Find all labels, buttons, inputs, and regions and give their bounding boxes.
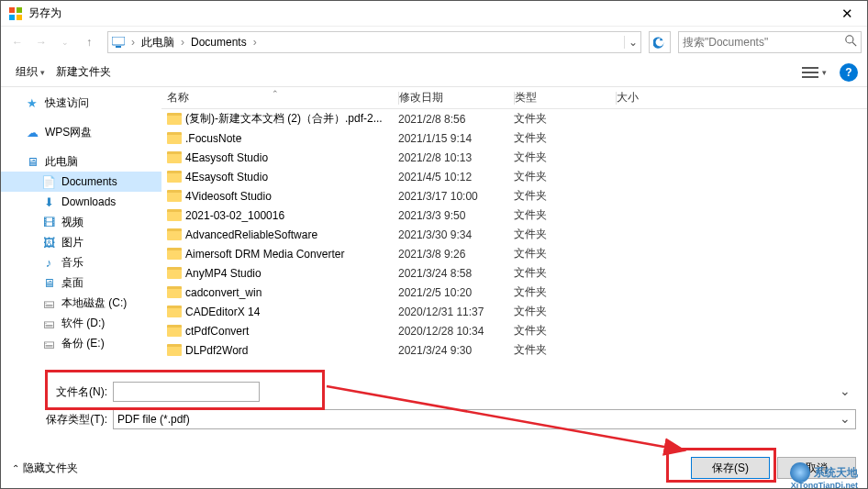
file-name: 4Videosoft Studio [185, 190, 272, 203]
file-type: 文件夹 [514, 207, 616, 223]
search-icon[interactable] [845, 35, 857, 50]
file-name: CADEditorX 14 [185, 306, 260, 318]
sidebar-disk-d[interactable]: 🖴软件 (D:) [1, 313, 161, 333]
file-date: 2021/3/24 8:58 [398, 267, 514, 280]
desktop-icon: 🖥 [41, 275, 56, 290]
folder-icon [167, 171, 182, 183]
file-name: AdvancedReliableSoftware [185, 228, 317, 241]
table-row[interactable]: cadconvert_win2021/2/5 10:20文件夹 [161, 283, 867, 302]
sidebar[interactable]: ★快速访问 ☁WPS网盘 🖥此电脑 📄Documents ⬇Downloads … [1, 87, 161, 376]
download-icon: ⬇ [41, 194, 56, 209]
folder-icon [167, 306, 182, 317]
search-box[interactable] [678, 31, 862, 53]
sidebar-music[interactable]: ♪音乐 [1, 252, 161, 272]
filename-input[interactable] [113, 382, 260, 402]
file-date: 2020/12/31 11:37 [398, 306, 514, 318]
picture-icon: 🖼 [41, 235, 56, 250]
refresh-button[interactable] [649, 31, 671, 53]
file-type: 文件夹 [514, 246, 616, 261]
svg-rect-1 [17, 7, 22, 13]
forward-button[interactable]: → [30, 31, 52, 53]
hide-folders-link[interactable]: ⌃隐藏文件夹 [12, 461, 78, 476]
table-row[interactable]: CADEditorX 142020/12/31 11:37文件夹 [161, 302, 867, 321]
table-row[interactable]: 2021-03-02_1000162021/3/3 9:50文件夹 [161, 206, 867, 225]
view-options-button[interactable]: ▾ [798, 67, 830, 78]
col-date[interactable]: 修改日期 [399, 90, 514, 106]
sidebar-disk-e[interactable]: 🖴备份 (E:) [1, 333, 161, 353]
folder-icon [167, 190, 182, 202]
up-button[interactable]: ↑ [78, 31, 100, 53]
file-type: 文件夹 [514, 342, 616, 358]
table-row[interactable]: AnyMP4 Studio2021/3/24 8:58文件夹 [161, 263, 867, 283]
table-row[interactable]: 4Esaysoft Studio2021/4/5 10:12文件夹 [161, 167, 867, 186]
breadcrumb-pc[interactable]: 此电脑 [138, 35, 178, 50]
col-type[interactable]: 类型 [515, 90, 616, 106]
breadcrumb[interactable]: › 此电脑 › Documents › ⌄ [107, 31, 641, 53]
folder-icon [167, 286, 182, 298]
breadcrumb-dropdown[interactable]: ⌄ [624, 36, 640, 49]
table-row[interactable]: .FocusNote2021/1/15 9:14文件夹 [161, 128, 867, 148]
folder-icon [167, 325, 182, 337]
file-type: 文件夹 [514, 227, 616, 242]
folder-icon [167, 113, 182, 125]
file-type: 文件夹 [514, 323, 616, 339]
cancel-button[interactable]: 取消 [777, 457, 856, 479]
file-date: 2021/3/8 9:26 [398, 248, 514, 261]
col-name[interactable]: 名称⌃ [161, 90, 398, 106]
folder-icon [167, 209, 182, 221]
new-folder-button[interactable]: 新建文件夹 [50, 64, 117, 80]
organize-menu[interactable]: 组织▾ [10, 64, 50, 80]
table-row[interactable]: AdvancedReliableSoftware2021/3/30 9:34文件… [161, 225, 867, 244]
table-row[interactable]: Aimersoft DRM Media Converter2021/3/8 9:… [161, 244, 867, 263]
recent-dropdown[interactable]: ⌄ [54, 31, 76, 53]
file-name: DLPdf2Word [185, 344, 248, 357]
col-size[interactable]: 大小 [617, 90, 708, 106]
sidebar-this-pc[interactable]: 🖥此电脑 [1, 151, 161, 172]
sidebar-videos[interactable]: 🎞视频 [1, 212, 161, 232]
sidebar-disk-c[interactable]: 🖴本地磁盘 (C:) [1, 293, 161, 313]
chevron-right-icon: › [178, 36, 187, 49]
close-button[interactable]: ✕ [827, 1, 867, 27]
file-date: 2021/4/5 10:12 [398, 171, 514, 183]
toolbar: 组织▾ 新建文件夹 ▾ ? [1, 58, 867, 87]
file-date: 2021/1/15 9:14 [398, 132, 514, 145]
table-row[interactable]: 4Videosoft Studio2021/3/17 10:00文件夹 [161, 186, 867, 206]
svg-point-6 [846, 36, 853, 43]
file-name: 2021-03-02_100016 [185, 209, 284, 222]
save-button[interactable]: 保存(S) [691, 457, 770, 479]
filetype-label: 保存类型(T): [12, 412, 113, 428]
sidebar-downloads[interactable]: ⬇Downloads [1, 192, 161, 212]
navbar: ← → ⌄ ↑ › 此电脑 › Documents › ⌄ [1, 27, 867, 58]
sidebar-wps[interactable]: ☁WPS网盘 [1, 122, 161, 142]
sidebar-desktop[interactable]: 🖥桌面 [1, 272, 161, 293]
sidebar-quick-access[interactable]: ★快速访问 [1, 93, 161, 113]
file-type: 文件夹 [514, 150, 616, 165]
sidebar-pictures[interactable]: 🖼图片 [1, 232, 161, 252]
music-icon: ♪ [41, 255, 56, 270]
back-button[interactable]: ← [6, 31, 28, 53]
file-type: 文件夹 [514, 188, 616, 204]
file-name: (复制)-新建文本文档 (2)（合并）.pdf-2... [185, 111, 383, 127]
table-row[interactable]: DLPdf2Word2021/3/24 9:30文件夹 [161, 340, 867, 360]
file-type: 文件夹 [514, 265, 616, 281]
star-icon: ★ [25, 95, 39, 110]
table-row[interactable]: 4Easysoft Studio2021/2/8 10:13文件夹 [161, 148, 867, 167]
file-name: AnyMP4 Studio [185, 267, 262, 280]
breadcrumb-documents[interactable]: Documents [187, 36, 250, 49]
folder-icon [167, 344, 182, 356]
folder-icon [167, 228, 182, 240]
table-row[interactable]: (复制)-新建文本文档 (2)（合并）.pdf-2...2021/2/8 8:5… [161, 109, 867, 128]
file-name: .FocusNote [185, 132, 241, 145]
file-rows[interactable]: (复制)-新建文本文档 (2)（合并）.pdf-2...2021/2/8 8:5… [161, 109, 867, 376]
file-date: 2020/12/28 10:34 [398, 325, 514, 338]
file-type: 文件夹 [514, 169, 616, 184]
search-input[interactable] [683, 36, 845, 49]
titlebar: 另存为 ✕ [1, 1, 867, 27]
file-list: 名称⌃ 修改日期 类型 大小 (复制)-新建文本文档 (2)（合并）.pdf-2… [161, 87, 867, 376]
document-icon: 📄 [41, 174, 56, 189]
disk-icon: 🖴 [41, 316, 56, 330]
table-row[interactable]: ctPdfConvert2020/12/28 10:34文件夹 [161, 321, 867, 340]
sidebar-documents[interactable]: 📄Documents [1, 172, 161, 192]
filetype-select[interactable] [113, 409, 856, 429]
help-icon[interactable]: ? [840, 63, 858, 82]
